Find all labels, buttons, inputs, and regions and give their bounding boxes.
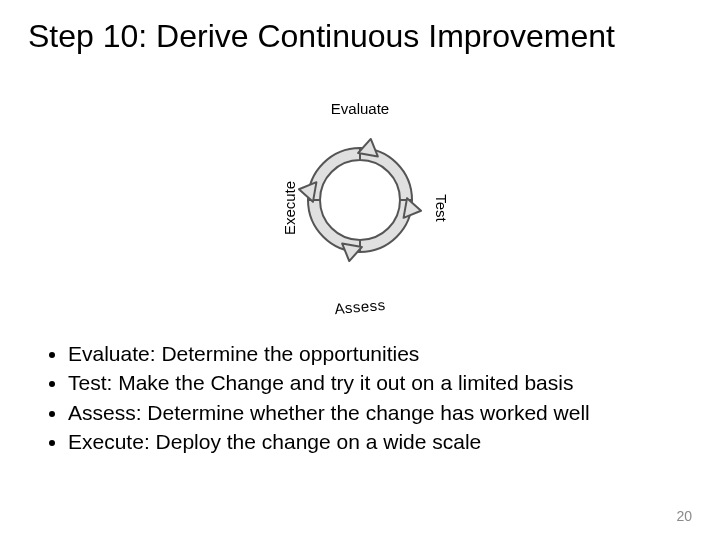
list-item: Evaluate: Determine the opportunities — [68, 340, 680, 367]
list-item: Test: Make the Change and try it out on … — [68, 369, 680, 396]
cycle-diagram: Evaluate Test Assess Execute — [260, 100, 460, 315]
cycle-diagram-wrap: Evaluate Test Assess Execute — [0, 100, 720, 315]
cycle-label-evaluate: Evaluate — [331, 100, 389, 117]
list-item: Assess: Determine whether the change has… — [68, 399, 680, 426]
cycle-label-test: Test — [434, 194, 451, 222]
cycle-arrows-icon — [290, 130, 430, 270]
svg-marker-0 — [404, 198, 423, 220]
svg-marker-3 — [358, 137, 380, 156]
page-number: 20 — [676, 508, 692, 524]
cycle-label-execute: Execute — [281, 180, 298, 234]
cycle-label-assess: Assess — [334, 296, 387, 317]
slide-title: Step 10: Derive Continuous Improvement — [28, 18, 700, 55]
svg-marker-2 — [297, 179, 316, 201]
list-item: Execute: Deploy the change on a wide sca… — [68, 428, 680, 455]
bullet-list: Evaluate: Determine the opportunities Te… — [40, 340, 680, 457]
slide: Step 10: Derive Continuous Improvement — [0, 0, 720, 540]
svg-marker-1 — [339, 244, 361, 263]
